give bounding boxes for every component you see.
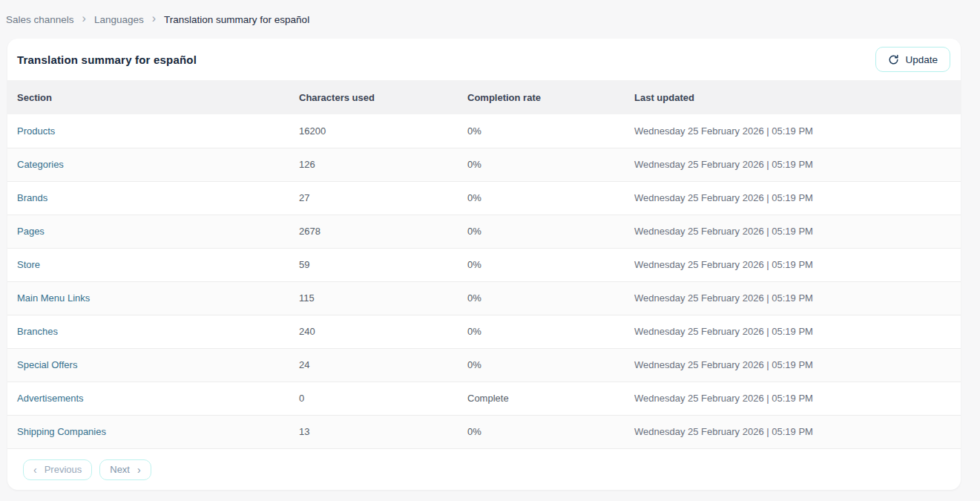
last-updated-cell: Wednesday 25 February 2026 | 05:19 PM bbox=[625, 181, 961, 215]
section-cell: Shipping Companies bbox=[7, 415, 289, 448]
section-cell: Products bbox=[7, 114, 289, 148]
section-link-store[interactable]: Store bbox=[17, 259, 40, 270]
characters-used-cell: 0 bbox=[289, 382, 458, 415]
previous-button[interactable]: ‹ Previous bbox=[23, 459, 92, 480]
table-row: Advertisements0CompleteWednesday 25 Febr… bbox=[7, 382, 961, 415]
section-cell: Pages bbox=[7, 215, 289, 248]
section-cell: Store bbox=[7, 248, 289, 281]
section-link-branches[interactable]: Branches bbox=[17, 326, 58, 337]
column-header-characters-used: Characters used bbox=[289, 80, 458, 114]
table-row: Shipping Companies130%Wednesday 25 Febru… bbox=[7, 415, 961, 448]
characters-used-cell: 2678 bbox=[289, 215, 458, 248]
update-button[interactable]: Update bbox=[875, 47, 950, 72]
completion-rate-cell: 0% bbox=[458, 248, 625, 281]
breadcrumb-sales-channels[interactable]: Sales channels bbox=[6, 14, 74, 25]
update-button-label: Update bbox=[905, 54, 938, 65]
chevron-right-icon: › bbox=[152, 13, 156, 24]
column-header-last-updated: Last updated bbox=[625, 80, 961, 114]
completion-rate-cell: 0% bbox=[458, 315, 625, 348]
table-header: Section Characters used Completion rate … bbox=[7, 80, 961, 114]
section-cell: Branches bbox=[7, 315, 289, 348]
pagination: ‹ Previous Next › bbox=[7, 449, 961, 491]
table-row: Branches2400%Wednesday 25 February 2026 … bbox=[7, 315, 961, 348]
characters-used-cell: 115 bbox=[289, 281, 458, 315]
section-cell: Main Menu Links bbox=[7, 281, 289, 315]
last-updated-cell: Wednesday 25 February 2026 | 05:19 PM bbox=[625, 215, 961, 248]
table-row: Store590%Wednesday 25 February 2026 | 05… bbox=[7, 248, 961, 281]
section-cell: Categories bbox=[7, 148, 289, 181]
section-link-pages[interactable]: Pages bbox=[17, 226, 45, 237]
table-row: Special Offers240%Wednesday 25 February … bbox=[7, 348, 961, 382]
section-cell: Brands bbox=[7, 181, 289, 215]
table-row: Products162000%Wednesday 25 February 202… bbox=[7, 114, 961, 148]
completion-rate-cell: 0% bbox=[458, 114, 625, 148]
chevron-right-icon: › bbox=[82, 13, 86, 24]
completion-rate-cell: 0% bbox=[458, 415, 625, 448]
column-header-completion-rate: Completion rate bbox=[458, 80, 625, 114]
next-button[interactable]: Next › bbox=[99, 459, 151, 480]
section-link-shipping-companies[interactable]: Shipping Companies bbox=[17, 426, 106, 437]
translation-summary-table: Section Characters used Completion rate … bbox=[7, 80, 961, 449]
table-row: Main Menu Links1150%Wednesday 25 Februar… bbox=[7, 281, 961, 315]
breadcrumb: Sales channels › Languages › Translation… bbox=[0, 0, 980, 39]
next-button-label: Next bbox=[110, 464, 130, 475]
table-row: Brands270%Wednesday 25 February 2026 | 0… bbox=[7, 181, 961, 215]
last-updated-cell: Wednesday 25 February 2026 | 05:19 PM bbox=[625, 248, 961, 281]
completion-rate-cell: 0% bbox=[458, 215, 625, 248]
table-body: Products162000%Wednesday 25 February 202… bbox=[7, 114, 961, 448]
section-link-advertisements[interactable]: Advertisements bbox=[17, 393, 84, 404]
section-cell: Special Offers bbox=[7, 348, 289, 382]
chevron-left-icon: ‹ bbox=[33, 465, 37, 475]
translation-summary-card: Translation summary for español Update S… bbox=[7, 39, 961, 490]
last-updated-cell: Wednesday 25 February 2026 | 05:19 PM bbox=[625, 114, 961, 148]
breadcrumb-current-page: Translation summary for español bbox=[164, 14, 309, 25]
last-updated-cell: Wednesday 25 February 2026 | 05:19 PM bbox=[625, 382, 961, 415]
table-row: Pages26780%Wednesday 25 February 2026 | … bbox=[7, 215, 961, 248]
section-link-products[interactable]: Products bbox=[17, 125, 55, 137]
section-link-main-menu-links[interactable]: Main Menu Links bbox=[17, 292, 90, 304]
last-updated-cell: Wednesday 25 February 2026 | 05:19 PM bbox=[625, 415, 961, 448]
section-link-categories[interactable]: Categories bbox=[17, 159, 64, 170]
completion-rate-cell: 0% bbox=[458, 148, 625, 181]
completion-rate-cell: Complete bbox=[458, 382, 625, 415]
chevron-right-icon: › bbox=[137, 465, 141, 475]
characters-used-cell: 240 bbox=[289, 315, 458, 348]
completion-rate-cell: 0% bbox=[458, 348, 625, 382]
last-updated-cell: Wednesday 25 February 2026 | 05:19 PM bbox=[625, 148, 961, 181]
refresh-icon bbox=[888, 54, 899, 65]
table-row: Categories1260%Wednesday 25 February 202… bbox=[7, 148, 961, 181]
last-updated-cell: Wednesday 25 February 2026 | 05:19 PM bbox=[625, 281, 961, 315]
column-header-section: Section bbox=[7, 80, 289, 114]
last-updated-cell: Wednesday 25 February 2026 | 05:19 PM bbox=[625, 315, 961, 348]
characters-used-cell: 24 bbox=[289, 348, 458, 382]
characters-used-cell: 13 bbox=[289, 415, 458, 448]
characters-used-cell: 59 bbox=[289, 248, 458, 281]
characters-used-cell: 126 bbox=[289, 148, 458, 181]
card-header: Translation summary for español Update bbox=[7, 39, 961, 80]
completion-rate-cell: 0% bbox=[458, 181, 625, 215]
characters-used-cell: 16200 bbox=[289, 114, 458, 148]
section-link-special-offers[interactable]: Special Offers bbox=[17, 359, 77, 370]
previous-button-label: Previous bbox=[45, 464, 82, 475]
completion-rate-cell: 0% bbox=[458, 281, 625, 315]
section-link-brands[interactable]: Brands bbox=[17, 192, 47, 203]
last-updated-cell: Wednesday 25 February 2026 | 05:19 PM bbox=[625, 348, 961, 382]
characters-used-cell: 27 bbox=[289, 181, 458, 215]
page-title: Translation summary for español bbox=[17, 53, 197, 66]
breadcrumb-languages[interactable]: Languages bbox=[94, 14, 144, 25]
section-cell: Advertisements bbox=[7, 382, 289, 415]
